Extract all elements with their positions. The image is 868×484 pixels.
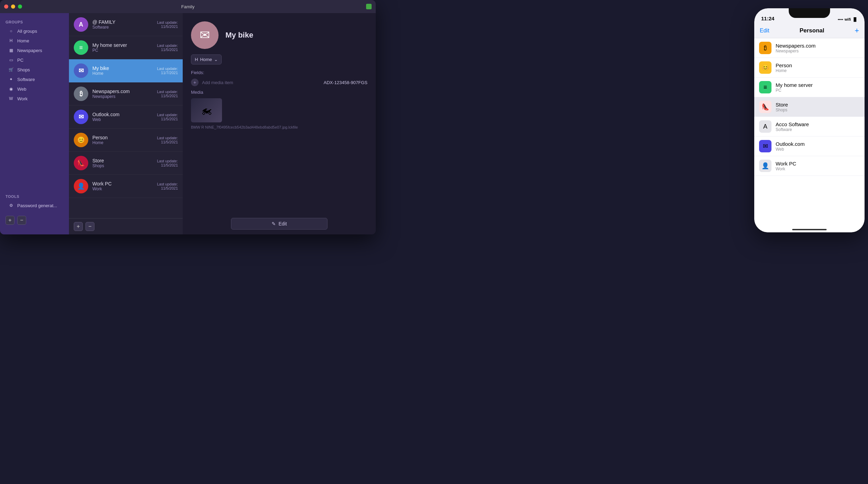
software-icon: ✦ bbox=[8, 77, 14, 82]
sidebar-item-label: Web bbox=[17, 87, 27, 92]
sidebar-item-software[interactable]: ✦ Software bbox=[3, 75, 66, 84]
list-item-info: Outlook.com Web bbox=[92, 112, 153, 122]
list-item-avatar: A bbox=[74, 17, 88, 32]
list-remove-button[interactable]: − bbox=[85, 222, 94, 231]
list-item-meta-date: 11/5/2021 bbox=[157, 24, 178, 29]
list-item-meta-date: 11/5/2021 bbox=[157, 163, 178, 167]
groups-label: Groups bbox=[0, 19, 69, 26]
sidebar-item-label: Work bbox=[17, 96, 28, 101]
list-panel: A @ FAMILY Software Last update: 11/5/20… bbox=[69, 13, 183, 234]
sidebar-add-button[interactable]: + bbox=[6, 216, 14, 225]
list-item-meta-label: Last update: bbox=[157, 20, 178, 24]
sidebar-item-password-gen[interactable]: ⚙ Password generat... bbox=[3, 201, 66, 210]
list-item-meta-label: Last update: bbox=[157, 43, 178, 48]
web-icon: ◉ bbox=[8, 86, 14, 92]
detail-header: ✉ My bike bbox=[183, 13, 376, 54]
list-item-info: Newspapers.com Newspapers bbox=[92, 89, 153, 99]
list-item-group: PC bbox=[92, 48, 153, 53]
minimize-button[interactable] bbox=[11, 4, 15, 9]
maximize-button[interactable] bbox=[18, 4, 22, 9]
group-name: Home bbox=[200, 57, 212, 62]
list-item-store[interactable]: 👠 Store Shops Last update: 11/5/2021 bbox=[69, 152, 183, 175]
detail-group-select[interactable]: H Home ⌄ bbox=[191, 54, 222, 64]
list-item-meta: Last update: 11/5/2021 bbox=[157, 136, 178, 144]
list-footer: + − bbox=[69, 218, 183, 234]
list-item-info: @ FAMILY Software bbox=[92, 19, 153, 30]
sidebar-item-label: PC bbox=[17, 58, 23, 63]
sidebar-item-web[interactable]: ◉ Web bbox=[3, 84, 66, 93]
sidebar-item-work[interactable]: W Work bbox=[3, 94, 66, 103]
detail-title: My bike bbox=[225, 31, 253, 40]
list-item-name: Outlook.com bbox=[92, 112, 153, 117]
list-item-meta-label: Last update: bbox=[157, 113, 178, 117]
add-field-button[interactable]: + bbox=[191, 79, 199, 86]
title-bar-buttons bbox=[4, 4, 22, 9]
field-value: ADX-123458-907FGS bbox=[324, 80, 367, 85]
sidebar-item-label: Password generat... bbox=[17, 203, 57, 208]
list-item-meta: Last update: 11/7/2021 bbox=[157, 67, 178, 75]
media-thumbnail[interactable]: 🏍 bbox=[191, 98, 222, 122]
close-button[interactable] bbox=[4, 4, 8, 9]
edit-button[interactable]: ✎ Edit bbox=[231, 218, 327, 230]
sidebar-item-pc[interactable]: ▭ PC bbox=[3, 56, 66, 64]
list-item-name: @ FAMILY bbox=[92, 19, 153, 25]
list-item-my-bike[interactable]: ✉ My bike Home Last update: 11/7/2021 bbox=[69, 59, 183, 82]
sidebar-item-shops[interactable]: 🛒 Shops bbox=[3, 65, 66, 74]
all-groups-icon: ○ bbox=[8, 28, 14, 34]
list-item-group: Home bbox=[92, 71, 153, 76]
list-add-button[interactable]: + bbox=[74, 222, 83, 231]
add-media-item-label[interactable]: Add media item bbox=[202, 80, 233, 85]
list-item-meta-label: Last update: bbox=[157, 136, 178, 140]
list-item-meta-label: Last update: bbox=[157, 90, 178, 94]
list-item-outlook[interactable]: ✉ Outlook.com Web Last update: 11/5/2021 bbox=[69, 105, 183, 129]
list-item-avatar: 😊 bbox=[74, 133, 88, 147]
detail-body: H Home ⌄ Fields: + Add media item ADX-12… bbox=[183, 54, 376, 213]
sidebar-item-label: Home bbox=[17, 38, 29, 43]
list-item-meta: Last update: 11/5/2021 bbox=[157, 113, 178, 121]
list-items-container: A @ FAMILY Software Last update: 11/5/20… bbox=[69, 13, 183, 218]
list-item-avatar: 👠 bbox=[74, 156, 88, 170]
list-item-avatar: ≡ bbox=[74, 40, 88, 55]
window-title: Family bbox=[181, 4, 194, 9]
app-window: Family Groups ○ All groups H Home ▦ News… bbox=[0, 0, 376, 234]
list-item-meta-date: 11/7/2021 bbox=[157, 71, 178, 75]
list-item-meta-date: 11/5/2021 bbox=[157, 48, 178, 52]
list-item-meta-date: 11/5/2021 bbox=[157, 140, 178, 144]
title-bar: Family bbox=[0, 0, 376, 13]
list-item-family[interactable]: A @ FAMILY Software Last update: 11/5/20… bbox=[69, 13, 183, 36]
newspapers-icon: ▦ bbox=[8, 48, 14, 53]
list-item-group: Home bbox=[92, 140, 153, 145]
app-icon bbox=[366, 4, 372, 9]
list-item-work-pc[interactable]: 👤 Work PC Work Last update: 11/5/2021 bbox=[69, 175, 183, 198]
sidebar-remove-button[interactable]: − bbox=[17, 216, 26, 225]
list-item-avatar: ✉ bbox=[74, 63, 88, 78]
sidebar-item-label: Newspapers bbox=[17, 48, 42, 53]
list-item-group: Shops bbox=[92, 163, 153, 168]
list-item-name: Store bbox=[92, 158, 153, 163]
sidebar-item-all-groups[interactable]: ○ All groups bbox=[3, 27, 66, 36]
detail-field-row: + Add media item ADX-123458-907FGS bbox=[191, 79, 367, 86]
sidebar-item-label: Software bbox=[17, 77, 35, 82]
list-item-avatar: ✉ bbox=[74, 110, 88, 124]
media-label: Media bbox=[191, 90, 367, 95]
fields-label: Fields: bbox=[191, 70, 367, 75]
shops-icon: 🛒 bbox=[8, 67, 14, 72]
tools-label: Tools bbox=[0, 193, 69, 201]
list-item-meta: Last update: 11/5/2021 bbox=[157, 90, 178, 98]
sidebar-item-newspapers[interactable]: ▦ Newspapers bbox=[3, 46, 66, 55]
list-item-info: My bike Home bbox=[92, 65, 153, 76]
list-item-group: Work bbox=[92, 186, 153, 191]
list-item-group: Newspapers bbox=[92, 94, 153, 99]
app-body: Groups ○ All groups H Home ▦ Newspapers … bbox=[0, 13, 376, 234]
sidebar-item-home[interactable]: H Home bbox=[3, 36, 66, 45]
list-item-newspapers-com[interactable]: ₿ Newspapers.com Newspapers Last update:… bbox=[69, 82, 183, 105]
list-item-person[interactable]: 😊 Person Home Last update: 11/5/2021 bbox=[69, 129, 183, 152]
detail-panel: ✉ My bike H Home ⌄ Fields: + Add media i… bbox=[183, 13, 376, 234]
list-item-info: Store Shops bbox=[92, 158, 153, 168]
detail-footer: ✎ Edit bbox=[183, 213, 376, 234]
edit-icon: ✎ bbox=[272, 221, 276, 226]
list-item-meta: Last update: 11/5/2021 bbox=[157, 20, 178, 29]
list-item-home-server[interactable]: ≡ My home server PC Last update: 11/5/20… bbox=[69, 36, 183, 59]
list-item-group: Software bbox=[92, 25, 153, 30]
list-item-meta-date: 11/5/2021 bbox=[157, 186, 178, 190]
